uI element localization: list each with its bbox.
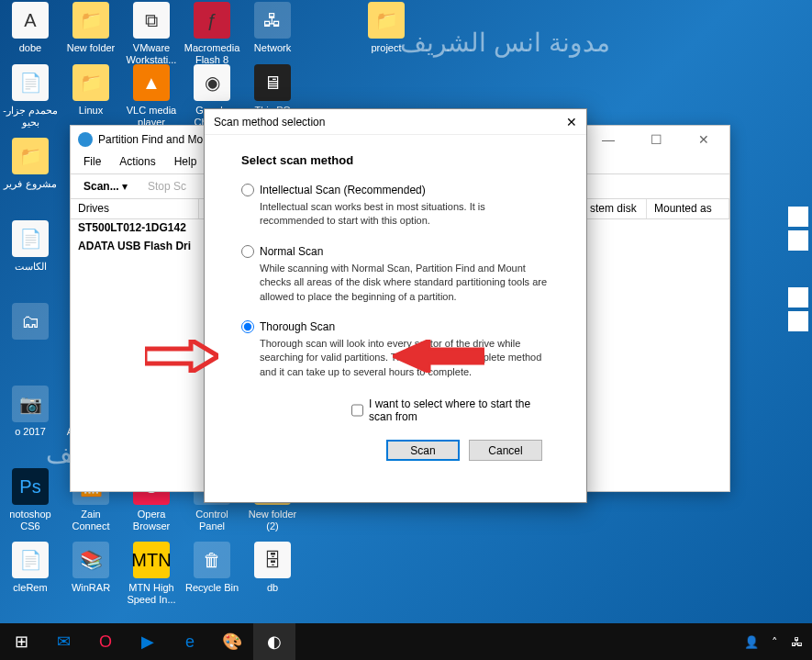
desktop-icon[interactable]: 📁New folder	[62, 2, 119, 54]
desktop-icon[interactable]: 📄cleRem	[2, 542, 59, 594]
taskbar-paint-icon[interactable]: 🎨	[211, 623, 253, 660]
taskbar-opera-icon[interactable]: O	[84, 623, 127, 660]
scan-method-dialog: Scan method selection ✕ Select scan meth…	[204, 108, 587, 503]
desktop-icon[interactable]: 📁Linux	[62, 64, 119, 117]
stop-scan-button: Stop Sc	[142, 178, 192, 195]
desktop-icon[interactable]: 🗂	[2, 303, 59, 343]
checkbox-label: I want to select where to start the scan…	[369, 397, 550, 423]
desktop-icon[interactable]: 🖧Network	[244, 2, 301, 54]
desktop-icon[interactable]: Psnotoshop CS6	[2, 468, 59, 532]
arrow-icon	[393, 340, 484, 373]
desktop-icon[interactable]: ▲VLC media player	[123, 64, 180, 129]
desktop-icon[interactable]: 📷o 2017	[2, 386, 59, 438]
checkbox-row: I want to select where to start the scan…	[351, 397, 550, 423]
radio-intellectual[interactable]	[241, 184, 254, 196]
taskbar: ⊞ ✉ O ▶ e 🎨 ◐ 👤 ˄ 🖧	[0, 623, 812, 660]
tray-people-icon[interactable]: 👤	[744, 635, 759, 649]
watermark: مدونة انس الشريف	[400, 28, 610, 58]
col-mounted-as[interactable]: Mounted as	[647, 199, 729, 218]
window-title: Partition Find and Mo	[98, 133, 203, 146]
option-intellectual-scan: Intellectual Scan (Recommended) Intellec…	[241, 184, 550, 229]
dialog-title: Scan method selection	[214, 116, 325, 129]
start-button[interactable]: ⊞	[0, 623, 42, 660]
tray-network-icon[interactable]: 🖧	[791, 635, 803, 649]
windows-logo-deco	[788, 207, 812, 331]
desktop-icon[interactable]: 🗑Recycle Bin	[184, 542, 240, 594]
minimize-button[interactable]: —	[590, 132, 627, 147]
radio-normal[interactable]	[241, 245, 254, 258]
dialog-heading: Select scan method	[241, 153, 550, 167]
cancel-button[interactable]: Cancel	[469, 440, 542, 461]
desktop-icon[interactable]: 📄الكاست	[2, 220, 59, 273]
app-icon	[78, 132, 93, 147]
scan-dropdown[interactable]: Scan... ▾	[78, 178, 133, 195]
desktop-icon[interactable]: 🗄db	[244, 542, 301, 594]
option-normal-scan: Normal Scan While scanning with Normal S…	[241, 245, 550, 304]
taskbar-movies-icon[interactable]: ▶	[127, 623, 169, 660]
option-desc: Intellectual scan works best in most sit…	[260, 200, 550, 229]
checkbox-select-start[interactable]	[351, 404, 363, 417]
system-tray[interactable]: 👤 ˄ 🖧	[735, 635, 812, 649]
col-stem-disk[interactable]: stem disk	[583, 199, 647, 218]
desktop-icon[interactable]: 📁مشروع فرير	[2, 138, 59, 190]
desktop-icon[interactable]: MTNMTN High Speed In...	[123, 542, 180, 606]
col-drives[interactable]: Drives	[71, 199, 199, 218]
dialog-titlebar[interactable]: Scan method selection ✕	[205, 109, 586, 135]
menu-file[interactable]: File	[76, 153, 108, 173]
close-button[interactable]: ✕	[685, 132, 722, 147]
scan-button[interactable]: Scan	[386, 440, 460, 461]
desktop-icon[interactable]: 📚WinRAR	[62, 542, 119, 594]
desktop-icon[interactable]: 📄محمدم جزار-بحيو	[2, 64, 59, 129]
menu-help[interactable]: Help	[167, 153, 205, 173]
radio-thorough[interactable]	[241, 320, 254, 333]
dialog-close-button[interactable]: ✕	[566, 115, 577, 129]
tray-chevron-icon[interactable]: ˄	[772, 635, 778, 649]
desktop-icon[interactable]: ⧉VMware Workstati...	[123, 2, 180, 66]
desktop-icon[interactable]: Adobe	[2, 2, 59, 54]
arrow-icon	[145, 340, 218, 373]
maximize-button[interactable]: ☐	[638, 132, 674, 147]
option-desc: While scanning with Normal Scan, Partiti…	[260, 262, 550, 304]
desktop-icon[interactable]: ƒMacromedia Flash 8	[184, 2, 240, 66]
taskbar-edge-icon[interactable]: e	[169, 623, 211, 660]
taskbar-mail-icon[interactable]: ✉	[42, 623, 84, 660]
menu-actions[interactable]: Actions	[112, 153, 162, 173]
taskbar-app-icon[interactable]: ◐	[253, 623, 295, 660]
